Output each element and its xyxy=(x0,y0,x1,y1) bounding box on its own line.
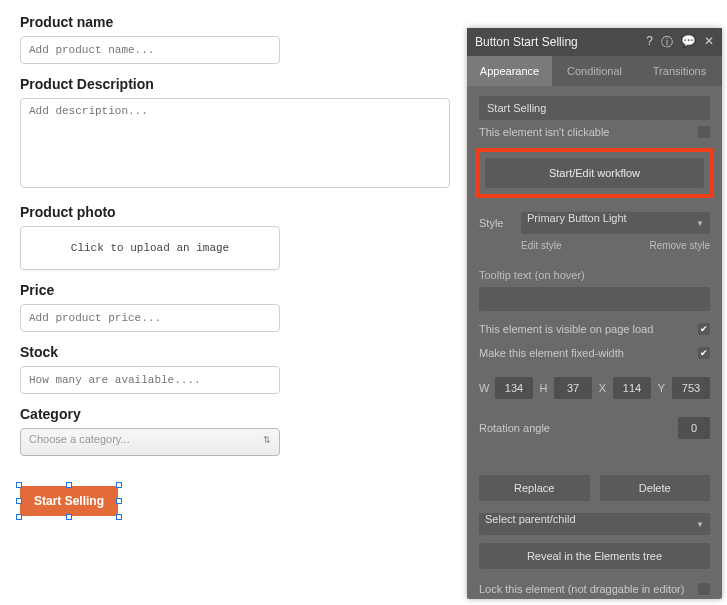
resize-handle-icon[interactable] xyxy=(116,514,122,520)
photo-upload-box[interactable]: Click to upload an image xyxy=(20,226,280,270)
close-icon[interactable]: ✕ xyxy=(704,34,714,51)
dim-y-input[interactable] xyxy=(672,377,710,399)
dim-x-label: X xyxy=(598,382,607,394)
resize-handle-icon[interactable] xyxy=(16,498,22,504)
replace-button[interactable]: Replace xyxy=(479,475,590,501)
product-description-input[interactable] xyxy=(20,98,450,188)
dim-w-input[interactable] xyxy=(495,377,533,399)
fixed-width-label: Make this element fixed-width xyxy=(479,347,624,359)
delete-button[interactable]: Delete xyxy=(600,475,711,501)
element-text-input[interactable] xyxy=(479,96,710,120)
not-clickable-checkbox[interactable] xyxy=(698,126,710,138)
select-parent-child-dropdown[interactable]: Select parent/child ▼ xyxy=(479,513,710,535)
property-editor-panel: Button Start Selling ? ⓘ 💬 ✕ Appearance … xyxy=(467,28,722,599)
resize-handle-icon[interactable] xyxy=(116,498,122,504)
reveal-in-tree-button[interactable]: Reveal in the Elements tree xyxy=(479,543,710,569)
tab-transitions[interactable]: Transitions xyxy=(637,56,722,86)
select-caret-icon: ⇅ xyxy=(263,435,271,445)
category-placeholder: Choose a category... xyxy=(29,433,130,445)
product-name-input[interactable] xyxy=(20,36,280,64)
lock-element-checkbox[interactable] xyxy=(698,583,710,595)
label-category: Category xyxy=(20,406,460,422)
not-clickable-label: This element isn't clickable xyxy=(479,126,610,138)
style-select[interactable]: Primary Button Light ▼ xyxy=(521,212,710,234)
start-selling-button[interactable]: Start Selling xyxy=(20,486,118,516)
tab-appearance[interactable]: Appearance xyxy=(467,56,552,86)
style-label: Style xyxy=(479,217,511,229)
tooltip-label: Tooltip text (on hover) xyxy=(479,259,710,287)
visible-on-load-label: This element is visible on page load xyxy=(479,323,653,335)
style-value: Primary Button Light xyxy=(527,212,627,224)
resize-handle-icon[interactable] xyxy=(16,482,22,488)
start-edit-workflow-button[interactable]: Start/Edit workflow xyxy=(485,158,704,188)
label-price: Price xyxy=(20,282,460,298)
lock-element-label: Lock this element (not draggable in edit… xyxy=(479,583,684,595)
label-stock: Stock xyxy=(20,344,460,360)
resize-handle-icon[interactable] xyxy=(66,514,72,520)
rotation-label: Rotation angle xyxy=(479,422,550,434)
remove-style-link[interactable]: Remove style xyxy=(649,240,710,251)
comment-icon[interactable]: 💬 xyxy=(681,34,696,51)
category-select[interactable]: Choose a category... ⇅ xyxy=(20,428,280,456)
rotation-input[interactable] xyxy=(678,417,710,439)
visible-on-load-checkbox[interactable]: ✔ xyxy=(698,323,710,335)
edit-style-link[interactable]: Edit style xyxy=(521,240,562,251)
select-parent-child-label: Select parent/child xyxy=(485,513,576,525)
dim-y-label: Y xyxy=(657,382,666,394)
label-product-description: Product Description xyxy=(20,76,460,92)
form-editor-canvas: Product name Product Description Product… xyxy=(20,14,460,516)
panel-header[interactable]: Button Start Selling ? ⓘ 💬 ✕ xyxy=(467,28,722,56)
dim-h-input[interactable] xyxy=(554,377,592,399)
workflow-highlight: Start/Edit workflow xyxy=(475,148,714,198)
tooltip-text-input[interactable] xyxy=(479,287,710,311)
price-input[interactable] xyxy=(20,304,280,332)
panel-title: Button Start Selling xyxy=(475,35,578,49)
dim-x-input[interactable] xyxy=(613,377,651,399)
fixed-width-checkbox[interactable]: ✔ xyxy=(698,347,710,359)
dim-h-label: H xyxy=(539,382,548,394)
resize-handle-icon[interactable] xyxy=(16,514,22,520)
dim-w-label: W xyxy=(479,382,489,394)
resize-handle-icon[interactable] xyxy=(116,482,122,488)
panel-tabs: Appearance Conditional Transitions xyxy=(467,56,722,86)
label-product-name: Product name xyxy=(20,14,460,30)
resize-handle-icon[interactable] xyxy=(66,482,72,488)
help-icon[interactable]: ? xyxy=(646,34,653,51)
chevron-down-icon: ▼ xyxy=(696,219,704,228)
info-icon[interactable]: ⓘ xyxy=(661,34,673,51)
tab-conditional[interactable]: Conditional xyxy=(552,56,637,86)
label-product-photo: Product photo xyxy=(20,204,460,220)
selected-element-wrapper[interactable]: Start Selling xyxy=(20,486,118,516)
chevron-down-icon: ▼ xyxy=(696,520,704,529)
stock-input[interactable] xyxy=(20,366,280,394)
